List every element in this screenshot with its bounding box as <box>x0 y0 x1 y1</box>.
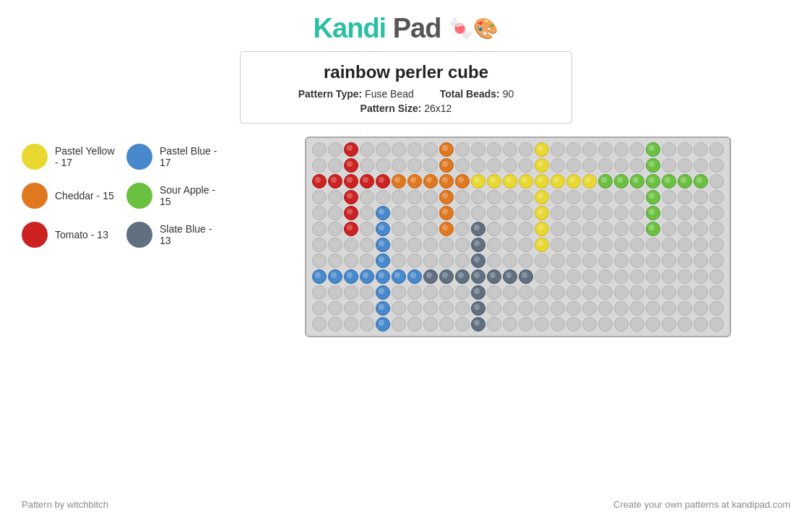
bead <box>662 285 676 300</box>
legend-dot-cheddar <box>22 183 48 209</box>
bead <box>503 142 517 157</box>
bead <box>471 317 485 332</box>
bead-grid <box>312 142 724 332</box>
bead <box>423 222 438 236</box>
bead <box>407 206 422 220</box>
bead <box>646 222 660 236</box>
bead <box>550 158 565 173</box>
bead <box>407 222 422 236</box>
bead <box>709 317 724 332</box>
legend-label-pastel-yellow: Pastel Yellow - 17 <box>55 145 119 168</box>
bead <box>503 222 517 236</box>
legend-item-sour-apple: Sour Apple - 15 <box>126 183 224 209</box>
bead <box>646 317 660 332</box>
bead <box>344 174 358 188</box>
bead <box>614 269 629 284</box>
bead <box>566 142 581 157</box>
bead <box>519 317 533 332</box>
bead <box>582 238 597 252</box>
bead <box>439 206 454 220</box>
bead <box>312 269 327 284</box>
bead <box>678 238 692 252</box>
bead <box>630 158 644 173</box>
bead <box>487 190 501 204</box>
bead <box>694 206 708 220</box>
bead <box>519 222 533 236</box>
bead <box>630 222 644 236</box>
bead <box>598 269 613 284</box>
bead <box>455 301 470 316</box>
bead <box>614 317 629 332</box>
bead <box>471 238 485 252</box>
bead <box>360 190 374 204</box>
bead <box>312 317 327 332</box>
bead <box>678 301 692 316</box>
bead <box>598 317 613 332</box>
bead <box>328 238 342 252</box>
bead <box>328 317 342 332</box>
bead <box>471 285 485 300</box>
bead <box>519 269 533 284</box>
bead <box>709 142 724 157</box>
bead <box>566 158 581 173</box>
bead <box>566 174 581 188</box>
bead <box>487 158 501 173</box>
bead <box>614 301 629 316</box>
bead <box>598 190 613 204</box>
bead <box>519 238 533 252</box>
bead <box>360 285 374 300</box>
bead <box>344 222 358 236</box>
pattern-title: rainbow perler cube <box>255 62 557 82</box>
bead <box>662 158 676 173</box>
bead <box>407 254 422 268</box>
bead <box>376 174 390 188</box>
bead <box>407 317 422 332</box>
bead <box>328 174 342 188</box>
bead <box>694 285 708 300</box>
bead <box>598 158 613 173</box>
bead <box>455 222 470 236</box>
bead <box>646 238 660 252</box>
bead <box>471 142 485 157</box>
bead <box>360 269 374 284</box>
bead <box>662 222 676 236</box>
bead <box>439 317 454 332</box>
bead <box>614 190 629 204</box>
legend-dot-tomato <box>22 222 48 248</box>
bead <box>678 285 692 300</box>
bead <box>455 285 470 300</box>
bead <box>614 222 629 236</box>
bead <box>423 206 438 220</box>
bead <box>694 317 708 332</box>
bead <box>423 158 438 173</box>
logo-kandi: Kandi <box>314 13 386 43</box>
bead <box>550 285 565 300</box>
bead <box>709 158 724 173</box>
bead <box>471 254 485 268</box>
bead <box>312 285 327 300</box>
bead <box>566 222 581 236</box>
bead <box>566 206 581 220</box>
bead <box>709 285 724 300</box>
bead <box>471 190 485 204</box>
bead <box>360 254 374 268</box>
bead <box>694 174 708 188</box>
bead <box>360 317 374 332</box>
bead <box>328 142 342 157</box>
bead <box>535 158 549 173</box>
bead <box>407 269 422 284</box>
bead <box>662 142 676 157</box>
bead <box>662 206 676 220</box>
bead <box>423 174 438 188</box>
bead <box>392 174 406 188</box>
main-content: Pastel Yellow - 17 Pastel Blue - 17 Ched… <box>0 136 812 337</box>
bead <box>630 254 644 268</box>
bead <box>709 206 724 220</box>
bead <box>392 222 406 236</box>
bead <box>376 158 390 173</box>
bead <box>662 301 676 316</box>
bead <box>550 190 565 204</box>
bead <box>535 190 549 204</box>
bead <box>598 206 613 220</box>
bead <box>550 206 565 220</box>
